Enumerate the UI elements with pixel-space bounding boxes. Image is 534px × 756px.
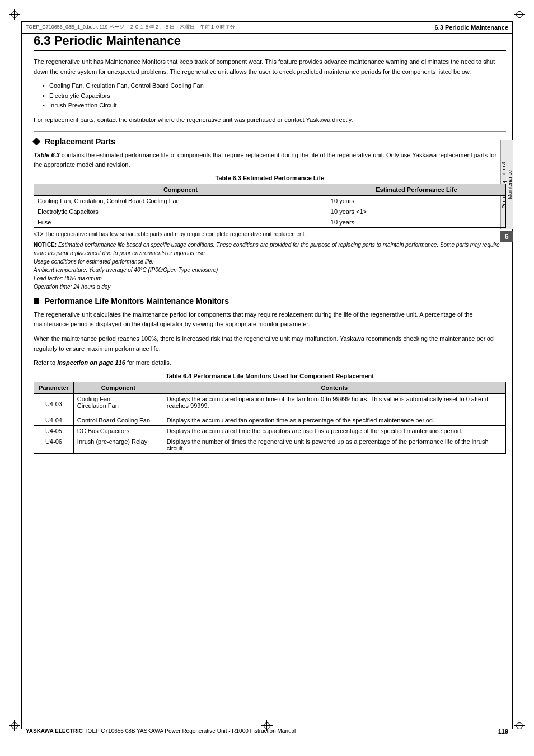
cell-component: Cooling Fan, Circulation, Control Board … xyxy=(34,195,327,206)
cell-contents: Displays the accumulated fan operation t… xyxy=(163,415,505,425)
table-row: U4-03 Cooling FanCirculation Fan Display… xyxy=(34,393,506,411)
col-component: Component xyxy=(34,184,327,195)
subsection-replacement-parts: Replacement Parts xyxy=(34,137,506,146)
table-row: Cooling Fan, Circulation, Control Board … xyxy=(34,195,506,206)
inspection-link[interactable]: Inspection on page 116 xyxy=(57,359,125,366)
footer-brand-info: YASKAWA ELECTRIC TOEP C710656 08B YASKAW… xyxy=(26,728,296,734)
cell-component: DC Bus Capacitors xyxy=(73,425,163,436)
replacement-intro: Table 6.3 contains the estimated perform… xyxy=(34,151,506,170)
header-file-info: TOEP_C710656_08B_1_0.book 119 ページ ２０１５年２… xyxy=(26,24,235,31)
table-row: Fuse 10 years xyxy=(34,217,506,227)
cell-component: Electrolytic Capacitors xyxy=(34,206,327,217)
perf-para2: When the maintenance period reaches 100%… xyxy=(34,334,506,354)
cell-component: Fuse xyxy=(34,217,327,227)
table64-title: Table 6.4 Performance Life Monitors Used… xyxy=(34,373,506,379)
notice-block: NOTICE: Estimated performance life based… xyxy=(34,241,506,291)
table-row: U4-06 Inrush (pre-charge) Relay Displays… xyxy=(34,436,506,453)
table-row: U4-04 Control Board Cooling Fan Displays… xyxy=(34,415,506,425)
cell-contents: Displays the accumulated operation time … xyxy=(163,393,505,415)
corner-mark-bl xyxy=(8,719,21,732)
cell-param: U4-04 xyxy=(34,415,74,425)
cell-contents: Displays the accumulated time the capaci… xyxy=(163,425,505,436)
col-parameter: Parameter xyxy=(34,382,74,393)
content-area: 6.3 Periodic Maintenance The regenerativ… xyxy=(28,34,512,725)
col-component: Component xyxy=(73,382,163,393)
table63-title: Table 6.3 Estimated Performance Life xyxy=(34,175,506,181)
perf-para1: The regenerative unit calculates the mai… xyxy=(34,310,506,330)
table-row: Electrolytic Capacitors 10 years <1> xyxy=(34,206,506,217)
page-title: 6.3 Periodic Maintenance xyxy=(34,34,506,51)
bullet-list: Cooling Fan, Circulation Fan, Control Bo… xyxy=(43,81,506,111)
section-divider xyxy=(34,131,506,132)
header-section-title: 6.3 Periodic Maintenance xyxy=(435,24,508,31)
footer-bar: YASKAWA ELECTRIC TOEP C710656 08B YASKAW… xyxy=(21,726,513,736)
subsection-performance-monitors: Performance Life Monitors Maintenance Mo… xyxy=(34,297,506,306)
square-icon xyxy=(34,298,39,304)
replacement-note: For replacement parts, contact the distr… xyxy=(34,115,506,125)
table-row: U4-05 DC Bus Capacitors Displays the acc… xyxy=(34,425,506,436)
table-63: Component Estimated Performance Life Coo… xyxy=(34,184,506,228)
table-ref-link[interactable]: Table 6.3 xyxy=(34,152,60,158)
table63-footnote: <1> The regenerative unit has few servic… xyxy=(34,231,506,237)
cell-life: 10 years xyxy=(327,217,505,227)
corner-mark-br xyxy=(513,719,526,732)
corner-mark-tr xyxy=(513,8,526,21)
cell-contents: Displays the number of times the regener… xyxy=(163,436,505,453)
cell-life: 10 years <1> xyxy=(327,206,505,217)
col-estimated-life: Estimated Performance Life xyxy=(327,184,505,195)
cell-component xyxy=(73,411,163,415)
col-contents: Contents xyxy=(163,382,505,393)
cell-param: U4-06 xyxy=(34,436,74,453)
cell-life: 10 years xyxy=(327,195,505,206)
intro-paragraph: The regenerative unit has Maintenance Mo… xyxy=(34,57,506,77)
cell-param: U4-03 xyxy=(34,393,74,415)
list-item: Electrolytic Capacitors xyxy=(43,91,506,101)
cell-param: U4-05 xyxy=(34,425,74,436)
cell-component: Inrush (pre-charge) Relay xyxy=(73,436,163,453)
list-item: Cooling Fan, Circulation Fan, Control Bo… xyxy=(43,81,506,91)
corner-mark-tl xyxy=(8,8,21,21)
perf-ref: Refer to Inspection on page 116 for more… xyxy=(34,358,506,368)
footer-page-number: 119 xyxy=(498,728,508,735)
diamond-icon xyxy=(32,137,40,145)
header-bar: TOEP_C710656_08B_1_0.book 119 ページ ２０１５年２… xyxy=(21,21,513,34)
page: TOEP_C710656_08B_1_0.book 119 ページ ２０１５年２… xyxy=(0,0,534,756)
cell-component: Cooling FanCirculation Fan xyxy=(73,393,163,411)
list-item: Inrush Prevention Circuit xyxy=(43,101,506,111)
cell-component: Control Board Cooling Fan xyxy=(73,415,163,425)
table-64: Parameter Component Contents U4-03 Cooli… xyxy=(34,382,506,454)
